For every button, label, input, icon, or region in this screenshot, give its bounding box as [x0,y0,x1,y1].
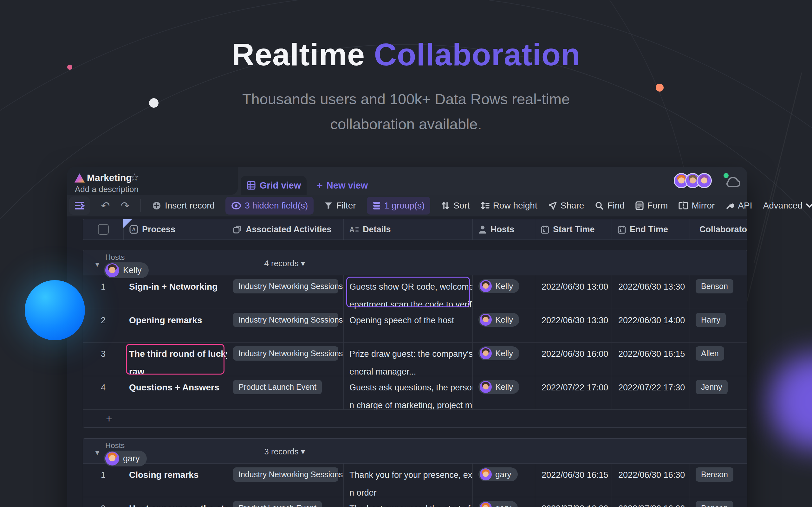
select-all-checkbox[interactable] [83,219,123,239]
cell-start-time[interactable]: 2022/06/30 13:00 [535,275,612,308]
cell-start-time[interactable]: 2022/06/30 13:30 [535,309,612,342]
eye-icon [231,202,241,210]
star-icon[interactable]: ☆ [130,171,139,183]
column-header-start-time[interactable]: Start Time [535,219,612,239]
mirror-icon [678,202,688,210]
new-view-button[interactable]: + New view [316,179,368,192]
group-record-count[interactable]: 4 records ▾ [216,259,305,268]
table-row[interactable]: 1 Sign-in + Networking Industry Networki… [83,275,747,308]
column-header-end-time[interactable]: End Time [612,219,690,239]
avatar-gary [105,452,119,465]
grid-table: A Process Associated Activities A Detail… [83,219,747,507]
cell-associated-activity[interactable]: Industry Networking Sessions [227,309,343,342]
hidden-fields-button[interactable]: 3 hidden field(s) [225,197,314,215]
cell-start-time[interactable]: 2022/06/30 16:15 [535,464,612,497]
cell-end-time[interactable]: 2022/06/30 16:15 [612,343,690,376]
toolbar: ↶ ↷ Insert record 3 hidden field(s) Filt… [67,195,747,216]
cell-associated-activity[interactable]: Product Launch Event [227,376,343,409]
cell-details[interactable]: Prize draw guest: the company's g eneral… [343,343,472,376]
collapse-group-icon[interactable]: ▼ [94,449,101,457]
table-row[interactable]: 3 The third round of lucky d raw Industr… [83,342,747,376]
cell-process[interactable]: Questions + Answers [123,376,227,409]
cell-associated-activity[interactable]: Industry Networking Sessions [227,343,343,376]
collapse-sidebar-button[interactable] [69,196,90,215]
cell-details[interactable]: Guests ask questions, the person i n cha… [343,376,472,409]
table-row[interactable]: 4 Questions + Answers Product Launch Eve… [83,376,747,409]
cell-start-time[interactable]: 2022/07/22 17:00 [535,376,612,409]
plus-icon: + [316,179,323,192]
row-height-button[interactable]: Row height [481,201,538,211]
cell-process[interactable]: Host announces the start [123,497,227,507]
sort-icon [441,201,450,210]
base-description[interactable]: Add a description [75,184,139,194]
cell-associated-activity[interactable]: Industry Networking Sessions [227,464,343,497]
collapse-group-icon[interactable]: ▼ [94,261,101,269]
mirror-button[interactable]: Mirror [678,201,715,211]
column-header-collaborator[interactable]: Collaborator [690,219,747,239]
cell-hosts[interactable]: gary [472,464,535,497]
filter-button[interactable]: Filter [324,201,356,211]
group-button[interactable]: 1 group(s) [367,197,430,215]
cell-collaborator[interactable]: Jenny [690,376,748,409]
cell-end-time[interactable]: 2022/07/22 17:30 [612,376,690,409]
cell-process[interactable]: Closing remarks [123,464,227,497]
cell-end-time[interactable]: 2022/06/30 16:30 [612,464,690,497]
cell-collaborator[interactable]: Benson [690,497,748,507]
sync-status[interactable] [723,173,742,189]
cell-end-time[interactable]: 2022/06/30 13:30 [612,275,690,308]
cell-hosts[interactable]: Kelly [472,343,535,376]
cell-hosts[interactable]: Kelly [472,275,535,308]
cell-process[interactable]: Opening remarks [123,309,227,342]
share-button[interactable]: Share [548,201,585,211]
cell-collaborator[interactable]: Benson [690,275,748,308]
add-record-row[interactable]: + [83,409,747,428]
cell-end-time[interactable]: 2022/06/30 14:00 [612,309,690,342]
cell-associated-activity[interactable]: Industry Networking Sessions [227,275,343,308]
cell-details[interactable]: Guests show QR code, welcome d epartment… [343,275,472,308]
advanced-button[interactable]: Advanced [763,201,812,211]
row-number: 2 [83,497,123,507]
relation-icon [233,225,242,234]
cell-details[interactable]: The host announced the start of th [343,497,472,507]
table-row[interactable]: 2 Opening remarks Industry Networking Se… [83,308,747,342]
column-header-process[interactable]: A Process [123,219,227,239]
cell-details[interactable]: Thank you for your presence, exit i n or… [343,464,472,497]
cell-collaborator[interactable]: Allen [690,343,748,376]
group-record-count[interactable]: 3 records ▾ [216,447,305,457]
column-header-hosts[interactable]: Hosts [472,219,535,239]
cell-collaborator[interactable]: Harry [690,309,748,342]
cell-collaborator[interactable]: Benson [690,464,748,497]
table-row[interactable]: 1 Closing remarks Industry Networking Se… [83,464,747,497]
api-button[interactable]: API [725,201,752,211]
collaborator-avatars[interactable] [677,173,712,188]
sort-button[interactable]: Sort [441,201,469,211]
avatar-gary [480,468,492,481]
cell-hosts[interactable]: Kelly [472,376,535,409]
table-row[interactable]: 2 Host announces the start Product Launc… [83,497,747,507]
cell-start-time[interactable]: 2022/07/22 16:00 [535,497,612,507]
cell-start-time[interactable]: 2022/06/30 16:00 [535,343,612,376]
cell-end-time[interactable]: 2022/07/22 16:30 [612,497,690,507]
cell-process[interactable]: Sign-in + Networking [123,275,227,308]
cell-process[interactable]: The third round of lucky d raw [123,343,227,376]
column-header-details[interactable]: A Details [343,219,472,239]
cell-associated-activity[interactable]: Product Launch Event [227,497,343,507]
find-button[interactable]: Find [595,201,624,211]
cell-hosts[interactable]: Kelly [472,309,535,342]
group-header: ▼ Hosts gary 3 records ▾ [83,439,747,464]
insert-record-button[interactable]: Insert record [152,201,215,211]
redo-button[interactable]: ↷ [121,200,130,211]
page-subtitle: Thousands users and 100k+ Data Rows real… [0,87,812,136]
form-button[interactable]: Form [636,201,668,211]
column-header-associated-activities[interactable]: Associated Activities [227,219,343,239]
chevron-down-icon [806,204,812,208]
sync-online-dot [723,173,728,178]
avatar-gary [480,502,492,507]
cell-details[interactable]: Opening speech of the host [343,309,472,342]
date-icon [618,225,626,234]
cell-hosts[interactable]: gary [472,497,535,507]
column-header-row: A Process Associated Activities A Detail… [83,219,747,240]
tab-grid-view[interactable]: Grid view [241,176,307,195]
blue-sphere-decoration [25,280,85,340]
undo-button[interactable]: ↶ [101,200,110,211]
